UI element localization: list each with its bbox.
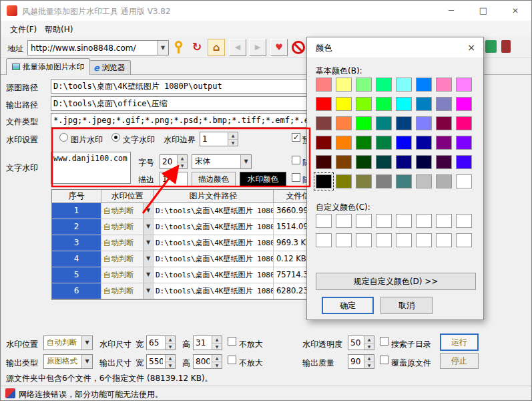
chevron-down-icon[interactable]: ▼ [143,283,153,299]
chevron-down-icon[interactable]: ▼ [143,267,153,283]
color-swatch[interactable] [456,155,472,169]
custom-color-swatch[interactable] [316,233,332,247]
row-position-combo[interactable]: 自动判断▼ [101,283,154,299]
row-no-cell[interactable]: 5 [52,267,101,283]
row-no-cell[interactable]: 6 [52,283,101,299]
custom-color-swatch[interactable] [356,233,372,247]
custom-color-swatch[interactable] [416,214,432,228]
toolbar-extra-icon-2[interactable] [501,40,511,53]
custom-color-swatch[interactable] [436,214,452,228]
spin-down-icon[interactable]: ▼ [212,344,222,350]
chevron-down-icon[interactable]: ▼ [143,251,153,267]
wm-height-spinner[interactable]: ▲▼ [193,336,222,350]
radio-image-watermark-label[interactable]: 图片水印 [71,134,103,146]
tab-browser[interactable]: e 浏览器 [87,60,131,74]
custom-color-swatch[interactable] [336,214,352,228]
color-swatch[interactable] [456,136,472,150]
forward-button[interactable]: ▶ [249,39,266,56]
color-swatch[interactable] [456,97,472,111]
output-path-input[interactable] [51,96,310,111]
wm-color-button[interactable]: 水印颜色 [240,172,286,186]
color-swatch[interactable] [456,78,472,92]
custom-color-swatch[interactable] [416,233,432,247]
color-swatch[interactable] [416,97,432,111]
font-size-spinner[interactable]: ▲▼ [160,154,188,169]
preview-checkbox[interactable]: ✓ [292,133,300,142]
address-dropdown-icon[interactable]: ▼ [157,41,168,55]
ok-button[interactable]: 确定 [322,297,374,314]
color-swatch[interactable] [316,136,332,150]
no-enlarge-checkbox-1[interactable] [228,337,236,346]
color-swatch[interactable] [396,174,412,188]
custom-color-swatch[interactable] [436,233,452,247]
color-swatch[interactable] [356,155,372,169]
color-swatch[interactable] [396,155,412,169]
row-position-combo[interactable]: 自动判断▼ [101,203,154,219]
color-swatch[interactable] [396,97,412,111]
custom-color-swatch[interactable] [376,233,392,247]
maximize-button[interactable]: □ [467,1,499,21]
favorite-icon[interactable]: ♥ [270,39,288,56]
color-swatch[interactable] [376,155,392,169]
close-button[interactable]: × [499,1,531,21]
opacity-spinner[interactable]: ▲▼ [348,336,374,350]
table-row[interactable]: 3 自动判断▼ D:\tools\桌面\4K壁纸图片 1080P\o... 96… [52,235,331,251]
custom-color-swatch[interactable] [396,214,412,228]
color-swatch[interactable] [356,136,372,150]
close-icon[interactable]: × [459,37,483,57]
table-row[interactable]: 2 自动判断▼ D:\tools\桌面\4K壁纸图片 1080P\o... 15… [52,219,331,235]
refresh-icon[interactable]: ↻ [190,39,204,55]
run-button[interactable]: 运行 [440,333,479,351]
color-swatch[interactable] [376,78,392,92]
color-swatch[interactable] [416,78,432,92]
color-swatch[interactable] [416,174,432,188]
toolbar-extra-icon-1[interactable] [485,40,497,53]
random-color-checkbox[interactable] [292,173,300,182]
overwrite-checkbox[interactable] [380,356,388,364]
quality-spinner[interactable]: ▲▼ [348,354,374,369]
spin-down-icon[interactable]: ▼ [212,362,222,369]
color-swatch[interactable] [316,116,332,130]
table-row[interactable]: 4 自动判断▼ D:\tools\桌面\4K壁纸图片 1080P\o... 0.… [52,251,331,267]
table-row[interactable]: 6 自动判断▼ D:\tools\桌面\4K壁纸图片 1080P\o... 62… [52,283,331,299]
row-no-cell[interactable]: 2 [52,219,101,235]
wm-height-input[interactable] [194,336,212,350]
spin-down-icon[interactable]: ▼ [364,362,374,369]
row-position-combo[interactable]: 自动判断▼ [101,267,154,283]
wm-margin-input[interactable] [200,132,228,146]
quality-input[interactable] [348,355,364,368]
text-wm-input[interactable]: www.danji100.com [51,152,131,184]
spin-down-icon[interactable]: ▼ [228,140,238,146]
spin-down-icon[interactable]: ▼ [166,344,175,350]
color-swatch[interactable] [436,136,452,150]
color-swatch[interactable] [356,78,372,92]
file-types-input[interactable] [51,113,310,128]
color-swatch[interactable] [316,97,332,111]
source-path-input[interactable] [51,79,310,94]
font-size-input[interactable] [160,155,177,168]
spin-down-icon[interactable]: ▼ [178,162,187,169]
color-dialog-titlebar[interactable]: 颜色 × [307,37,483,57]
no-enlarge-checkbox-2[interactable] [228,356,236,364]
stop-button[interactable]: 停止 [440,353,479,369]
home-button[interactable]: ⌂ [208,39,225,56]
color-swatch[interactable] [416,155,432,169]
color-swatch[interactable] [356,97,372,111]
radio-text-watermark-label[interactable]: 文字水印 [123,134,155,146]
wm-margin-spinner[interactable]: ▲▼ [200,132,238,146]
out-width-input[interactable] [147,355,165,368]
spin-up-icon[interactable]: ▲ [364,355,374,362]
row-no-cell[interactable]: 1 [52,203,101,219]
spin-up-icon[interactable]: ▲ [166,336,175,344]
color-swatch[interactable] [396,116,412,130]
minimize-button[interactable]: ─ [435,1,467,21]
color-swatch[interactable] [436,97,452,111]
stroke-color-button[interactable]: 描边颜色 [192,172,236,186]
color-swatch[interactable] [416,136,432,150]
color-swatch[interactable] [356,174,372,188]
random-font-checkbox[interactable] [292,156,300,164]
col-header-position[interactable]: 水印位置 [101,190,154,203]
out-width-spinner[interactable]: ▲▼ [146,354,176,369]
custom-color-swatch[interactable] [356,214,372,228]
menu-help[interactable]: 帮助(H) [42,23,75,36]
